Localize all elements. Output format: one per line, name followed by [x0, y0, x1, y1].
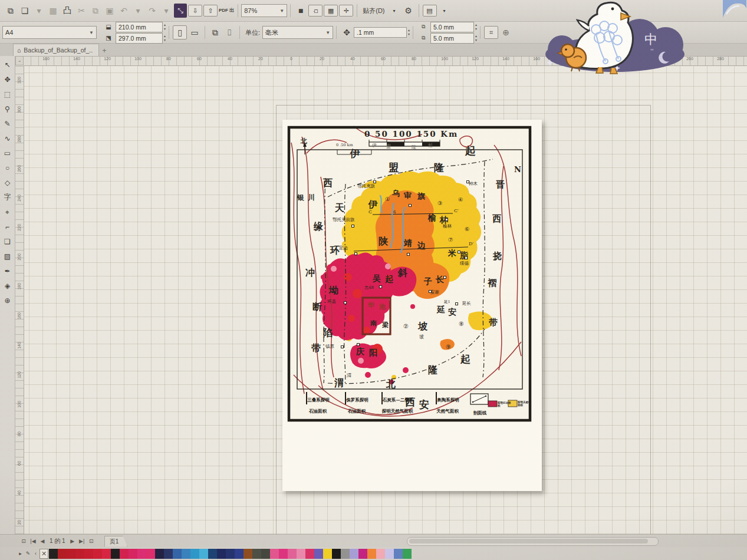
home-icon[interactable]: ⌂ — [17, 47, 21, 54]
palette-edit-icon[interactable]: ✎ — [24, 551, 32, 556]
page-height-field[interactable]: 297.0 mm — [116, 33, 163, 44]
nudge-field[interactable]: .1 mm — [354, 27, 407, 38]
page-tab[interactable]: 页1 — [104, 536, 128, 547]
height-stepper[interactable]: ▴▾ — [164, 34, 166, 42]
palette-swatch[interactable] — [261, 549, 270, 559]
dup-y-stepper[interactable]: ▴▾ — [475, 34, 477, 42]
show-guidelines-icon[interactable]: ✛ — [339, 5, 353, 17]
freehand-tool-icon[interactable]: ✎ — [2, 116, 14, 131]
snap-to-button[interactable]: 贴齐(D) — [363, 6, 384, 15]
dimension-tool-icon[interactable]: ⌖ — [2, 205, 14, 219]
previous-page-button[interactable]: ◀ — [38, 538, 47, 544]
palette-swatch[interactable] — [270, 549, 279, 559]
palette-swatch[interactable] — [226, 549, 235, 559]
chevron-down-icon[interactable]: ▼ — [320, 30, 330, 35]
width-stepper[interactable]: ▴▾ — [164, 23, 166, 31]
palette-swatch[interactable] — [173, 549, 182, 559]
vertical-ruler[interactable]: 3203002802602402202001801601401201008060… — [15, 65, 24, 534]
pick-tool-icon[interactable]: ↖ — [2, 57, 14, 72]
palette-swatch[interactable] — [297, 549, 305, 559]
palette-swatch[interactable] — [341, 549, 350, 559]
options-icon[interactable]: ▤ — [423, 5, 437, 17]
palette-scroll-left-icon[interactable]: ‹ — [32, 551, 40, 556]
page-width-field[interactable]: 210.0 mm — [116, 22, 163, 32]
ellipse-tool-icon[interactable]: ○ — [2, 160, 14, 175]
palette-swatch[interactable] — [394, 549, 403, 559]
palette-swatch[interactable] — [314, 549, 323, 559]
palette-swatch[interactable] — [350, 549, 358, 559]
gear-icon[interactable]: ⚙ — [402, 4, 415, 18]
snap-dropdown-icon[interactable]: ▾ — [388, 4, 401, 18]
cut-icon[interactable]: ✂ — [75, 4, 88, 18]
palette-swatch[interactable] — [84, 549, 93, 559]
all-pages-icon[interactable]: ⧉ — [209, 25, 222, 39]
duplicate-x-field[interactable]: 5.0 mm — [430, 22, 474, 32]
units-combo[interactable]: 毫米 ▼ — [262, 26, 333, 39]
chevron-down-icon[interactable]: ▼ — [83, 30, 94, 35]
interactive-fill-tool-icon[interactable]: ◈ — [2, 278, 14, 293]
dup-x-stepper[interactable]: ▴▾ — [475, 23, 477, 31]
palette-swatch[interactable] — [279, 549, 288, 559]
palette-swatch[interactable] — [164, 549, 173, 559]
palette-swatch[interactable] — [403, 549, 412, 559]
page-flip-icon[interactable]: ⊡ — [19, 538, 28, 544]
palette-swatch[interactable] — [358, 549, 367, 559]
eyedropper-tool-icon[interactable]: ✒ — [2, 263, 14, 278]
rectangle-tool-icon[interactable]: ▭ — [2, 146, 14, 160]
palette-swatch[interactable] — [102, 549, 111, 559]
add-page-button[interactable]: ⊡ — [87, 538, 96, 544]
artistic-media-tool-icon[interactable]: ∿ — [2, 131, 14, 146]
new-document-icon[interactable]: ⧉ — [4, 4, 17, 18]
palette-swatch[interactable] — [93, 549, 102, 559]
palette-swatch[interactable] — [323, 549, 332, 559]
palette-swatch[interactable] — [367, 549, 376, 559]
show-rulers-icon[interactable]: ⟤ — [308, 5, 323, 17]
fullscreen-preview-icon[interactable]: ■ — [294, 4, 307, 18]
palette-swatch[interactable] — [58, 549, 67, 559]
palette-swatch[interactable] — [243, 549, 252, 559]
open-icon[interactable]: ❏ — [18, 4, 31, 18]
undo-dropdown-icon[interactable]: ▾ — [131, 4, 144, 18]
add-tool-icon[interactable]: ⊕ — [2, 293, 14, 308]
palette-scroll-icon[interactable]: ▸ — [17, 551, 24, 556]
palette-swatch[interactable] — [111, 549, 120, 559]
text-tool-icon[interactable]: 字 — [2, 190, 14, 205]
palette-swatch[interactable] — [332, 549, 341, 559]
palette-swatch[interactable] — [305, 549, 314, 559]
redo-dropdown-icon[interactable]: ▾ — [160, 4, 173, 18]
palette-swatch[interactable] — [49, 549, 58, 559]
copy-icon[interactable]: ⧉ — [89, 4, 102, 18]
first-page-button[interactable]: |◀ — [28, 538, 38, 544]
zoom-level-combo[interactable]: 87% ▼ — [241, 4, 287, 17]
palette-swatch[interactable] — [235, 549, 243, 559]
landscape-button[interactable]: ▭ — [188, 25, 201, 39]
nudge-stepper[interactable]: ▴▾ — [408, 28, 410, 37]
paste-icon[interactable]: ▣ — [103, 4, 116, 18]
drawing-canvas[interactable] — [15, 56, 747, 534]
add-icon[interactable]: ⊕ — [499, 25, 512, 39]
zoom-tool-icon[interactable]: ⚲ — [2, 101, 14, 116]
palette-swatch[interactable] — [67, 549, 75, 559]
horizontal-scrollbar-thumb[interactable] — [409, 539, 648, 543]
palette-swatch[interactable] — [252, 549, 261, 559]
show-grid-icon[interactable]: ▦ — [324, 5, 338, 17]
palette-swatch[interactable] — [208, 549, 217, 559]
palette-swatch[interactable] — [146, 549, 155, 559]
palette-swatch[interactable] — [288, 549, 297, 559]
import-icon[interactable]: ⇩ — [188, 5, 202, 17]
portrait-button[interactable]: ▯ — [173, 25, 187, 39]
redo-icon[interactable]: ↷ — [146, 4, 159, 18]
last-page-button[interactable]: ▶| — [77, 538, 87, 544]
palette-swatch[interactable] — [75, 549, 84, 559]
palette-swatch[interactable] — [182, 549, 190, 559]
options-dropdown-icon[interactable]: ▾ — [438, 4, 451, 18]
ruler-origin-button[interactable]: ⟓ — [15, 56, 24, 65]
open-dropdown-icon[interactable]: ▾ — [32, 4, 45, 18]
palette-swatch[interactable] — [120, 549, 129, 559]
palette-swatch[interactable] — [155, 549, 164, 559]
treat-as-filled-icon[interactable]: ⌗ — [484, 26, 498, 39]
palette-swatch[interactable] — [199, 549, 208, 559]
print-icon[interactable]: 凸 — [61, 4, 74, 18]
undo-icon[interactable]: ↶ — [117, 4, 130, 18]
new-tab-button[interactable]: + — [99, 45, 110, 56]
